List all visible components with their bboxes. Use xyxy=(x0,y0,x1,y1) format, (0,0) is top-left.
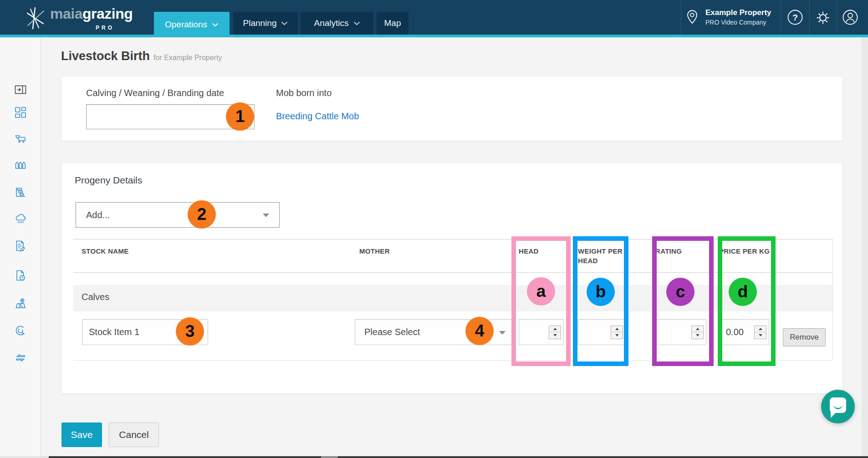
top-navbar: maiagrazing PRO Operations Planning Anal… xyxy=(0,0,868,35)
add-progeny-dropdown[interactable]: Add... xyxy=(76,202,280,228)
annotation-marker-c: c xyxy=(666,278,694,306)
horizontal-scrollbar-segment[interactable] xyxy=(321,456,338,458)
navbar-divider xyxy=(837,0,837,35)
swap-arrows-icon[interactable] xyxy=(14,351,27,365)
weight-stepper[interactable] xyxy=(611,326,623,339)
map-pin-icon[interactable] xyxy=(14,297,27,310)
user-account-icon[interactable] xyxy=(842,9,858,25)
rain-cloud-icon[interactable] xyxy=(14,212,27,226)
chat-launcher-button[interactable] xyxy=(821,390,855,423)
horizontal-scrollbar[interactable] xyxy=(0,456,868,458)
annotation-marker-d: d xyxy=(729,278,757,306)
navbar-divider xyxy=(681,0,681,35)
settings-gear-icon[interactable] xyxy=(814,9,832,26)
page-heading: Livestock Birthfor Example Property xyxy=(61,49,222,63)
app-root: Mob Operations / Livestock / Birth maiag… xyxy=(0,0,868,458)
date-field-label: Calving / Weaning / Branding date xyxy=(86,88,224,98)
group-row-calves xyxy=(73,285,832,311)
annotation-step-3: 3 xyxy=(176,317,204,346)
annotation-step-4: 4 xyxy=(465,317,494,345)
table-header-top-border xyxy=(73,239,832,239)
rating-stepper[interactable] xyxy=(691,326,704,339)
breeding-cattle-mob-link[interactable]: Breeding Cattle Mob xyxy=(276,111,359,122)
horizontal-scrollbar-thumb[interactable] xyxy=(338,456,868,458)
stepper-up-icon[interactable] xyxy=(692,326,703,333)
column-header-mother: MOTHER xyxy=(359,246,390,256)
panel-toggle-icon[interactable] xyxy=(14,83,27,97)
annotation-marker-a: a xyxy=(527,277,555,305)
nav-menu-map[interactable]: Map xyxy=(377,12,408,35)
column-header-rating: RATING xyxy=(655,246,682,256)
vertical-scrollbar-track[interactable] xyxy=(862,37,868,456)
maiagrazing-logo[interactable]: maiagrazing PRO xyxy=(24,5,133,30)
group-row-label: Calves xyxy=(82,292,109,302)
chevron-down-icon xyxy=(212,23,219,27)
progeny-section-heading: Progeny Details xyxy=(75,175,142,186)
logo-star-icon xyxy=(24,6,46,30)
navbar-accent-bar xyxy=(0,35,868,37)
gantt-chart-icon[interactable] xyxy=(14,185,27,199)
page-subtitle: for Example Property xyxy=(153,54,222,61)
column-header-weight-per-head: WEIGHT PER HEAD xyxy=(578,246,629,265)
add-progeny-placeholder: Add... xyxy=(86,210,110,220)
chevron-down-icon xyxy=(281,21,288,25)
navbar-divider xyxy=(781,0,781,35)
mother-select-value: Please Select xyxy=(364,327,420,337)
fence-icon[interactable] xyxy=(14,158,27,172)
nav-menu-planning[interactable]: Planning xyxy=(233,12,298,35)
annotation-marker-b: b xyxy=(587,278,615,306)
navbar-divider xyxy=(809,0,810,35)
logo-pro-badge: PRO xyxy=(96,25,114,31)
birth-details-card: Calving / Weaning / Branding date Mob bo… xyxy=(61,76,843,141)
document-edit-icon[interactable] xyxy=(14,239,27,253)
property-company: PRO Video Company xyxy=(705,18,771,27)
table-header-bottom-border xyxy=(73,272,832,273)
nav-menu-analytics[interactable]: Analytics xyxy=(301,12,373,35)
head-stepper[interactable] xyxy=(549,326,561,339)
chevron-down-icon xyxy=(263,214,269,217)
table-row-bottom-border xyxy=(73,360,832,361)
stepper-down-icon[interactable] xyxy=(692,332,703,339)
column-header-stock-name: STOCK NAME xyxy=(82,246,129,256)
remove-row-button[interactable]: Remove xyxy=(783,328,826,346)
property-location-pin-icon xyxy=(686,9,699,26)
stepper-down-icon[interactable] xyxy=(611,332,623,339)
annotation-step-1: 1 xyxy=(226,102,254,131)
table-right-border xyxy=(832,239,833,360)
chevron-down-icon xyxy=(353,21,360,25)
stepper-down-icon[interactable] xyxy=(755,332,766,339)
document-clock-icon[interactable] xyxy=(14,269,27,282)
save-button[interactable]: Save xyxy=(61,422,102,447)
svg-text:?: ? xyxy=(792,13,798,22)
stepper-up-icon[interactable] xyxy=(611,326,623,333)
donut-chart-icon[interactable] xyxy=(14,324,27,337)
help-icon[interactable]: ? xyxy=(787,9,803,25)
nav-menu-operations[interactable]: Operations xyxy=(154,12,230,37)
left-sidebar xyxy=(0,37,41,458)
price-stepper[interactable] xyxy=(754,326,766,339)
horizontal-scrollbar-thumb[interactable] xyxy=(49,456,321,458)
column-header-price-per-kg: PRICE PER KG xyxy=(719,246,770,256)
cattle-icon[interactable] xyxy=(14,132,27,145)
stepper-up-icon[interactable] xyxy=(549,326,561,333)
progeny-details-card: Progeny Details Add... STOCK NAME MOTHER… xyxy=(61,163,843,394)
column-header-head: HEAD xyxy=(519,246,539,256)
property-switcher[interactable]: Example Property PRO Video Company xyxy=(705,8,771,27)
logo-wordmark: maiagrazing xyxy=(50,5,133,23)
property-name: Example Property xyxy=(705,8,771,18)
chevron-down-icon xyxy=(499,331,505,335)
cancel-button[interactable]: Cancel xyxy=(109,422,159,447)
page-title: Livestock Birth xyxy=(61,49,150,63)
grid-dashboard-icon[interactable] xyxy=(14,106,27,119)
stepper-up-icon[interactable] xyxy=(755,326,766,333)
stepper-down-icon[interactable] xyxy=(549,332,561,339)
mob-born-into-label: Mob born into xyxy=(276,88,332,98)
annotation-step-2: 2 xyxy=(188,200,216,229)
